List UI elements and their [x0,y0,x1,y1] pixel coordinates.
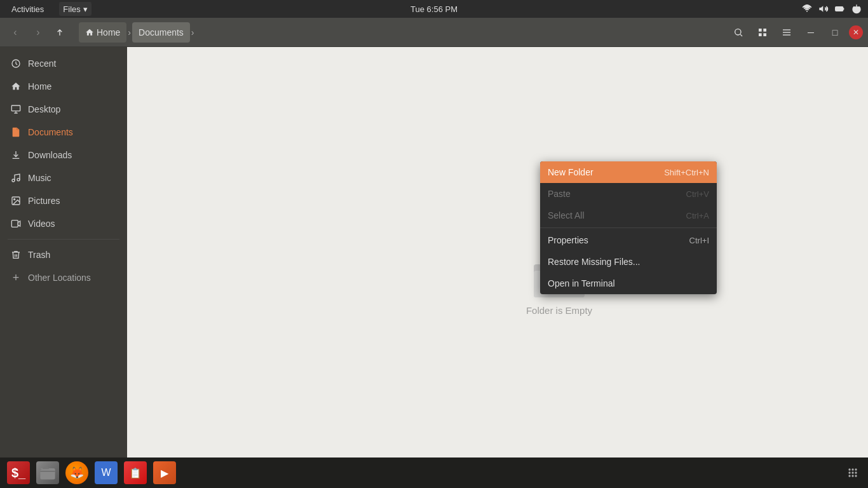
window-close-button[interactable]: ✕ [849,25,863,39]
files-icon [36,461,59,484]
sidebar-item-desktop[interactable]: Desktop [3,98,125,121]
taskbar-files[interactable] [34,459,61,486]
breadcrumb-documents[interactable]: Documents [132,22,190,43]
music-icon [10,172,22,184]
svg-point-26 [848,471,850,473]
svg-point-29 [848,475,850,477]
up-button[interactable] [51,22,71,43]
topbar-clock: Tue 6:56 PM [410,4,458,14]
svg-point-31 [855,475,857,477]
topbar-left: Activities Files ▾ [6,2,92,16]
context-separator-1 [540,227,717,228]
svg-rect-22 [40,468,55,480]
files-menu[interactable]: Files ▾ [59,2,91,16]
svg-point-30 [851,475,853,477]
svg-point-4 [735,29,741,34]
taskbar-terminal[interactable]: $_ [5,459,32,486]
svg-point-28 [855,471,857,473]
topbar-right [802,4,862,14]
downloads-icon [10,149,22,161]
taskbar-app3[interactable]: ▶ [151,459,178,486]
files-menu-arrow: ▾ [83,4,88,14]
svg-rect-3 [836,8,841,10]
taskbar-grid-button[interactable] [843,463,863,483]
sidebar-divider [8,239,119,240]
toolbar-actions: ─ □ ✕ [728,22,863,43]
context-terminal[interactable]: Open in Terminal [540,273,717,294]
breadcrumb: Home › Documents › [79,22,726,43]
window-minimize-button[interactable]: ─ [801,22,821,43]
svg-point-16 [17,179,20,181]
breadcrumb-end-arrow: › [190,27,196,37]
taskbar: $_ 🦊 W 📋 ▶ [0,458,868,488]
pictures-icon [10,195,22,207]
svg-point-15 [12,179,15,182]
add-icon: + [10,272,22,283]
menu-button[interactable] [776,22,797,43]
context-menu: New Folder Shift+Ctrl+N Paste Ctrl+V Sel… [540,161,717,294]
search-button[interactable] [728,22,749,43]
svg-rect-6 [759,29,762,32]
files-menu-label: Files [63,4,80,14]
svg-rect-19 [11,220,18,227]
volume-icon [818,4,829,14]
sidebar-item-trash[interactable]: Trash [3,243,125,266]
sidebar-item-downloads[interactable]: Downloads [3,144,125,166]
context-new-folder[interactable]: New Folder Shift+Ctrl+N [540,161,717,183]
sidebar-item-pictures[interactable]: Pictures [3,189,125,212]
forward-button[interactable]: › [28,22,48,43]
window-maximize-button[interactable]: □ [825,22,845,43]
svg-point-27 [851,471,853,473]
main-layout: Recent Home Desktop Documents Downloads [0,47,868,458]
app1-icon: W [95,461,118,484]
trash-icon [10,249,22,261]
app2-icon: 📋 [124,461,147,484]
sidebar-item-documents[interactable]: Documents [3,121,125,144]
empty-folder-text: Folder is Empty [526,305,592,316]
content-area[interactable]: New Folder Shift+Ctrl+N Paste Ctrl+V Sel… [127,47,868,458]
context-select-all[interactable]: Select All Ctrl+A [540,205,717,226]
svg-line-5 [740,34,742,36]
sidebar-item-music[interactable]: Music [3,166,125,189]
wifi-icon [802,4,812,14]
svg-rect-9 [763,33,766,36]
taskbar-firefox[interactable]: 🦊 [64,459,90,486]
svg-rect-7 [763,29,766,32]
view-toggle-button[interactable] [752,22,773,43]
breadcrumb-separator: › [126,27,132,37]
context-paste[interactable]: Paste Ctrl+V [540,183,717,205]
context-properties[interactable]: Properties Ctrl+I [540,229,717,251]
svg-point-23 [848,468,850,470]
svg-marker-1 [819,6,823,11]
sidebar-item-videos[interactable]: Videos [3,212,125,235]
sidebar-item-other-locations[interactable]: + Other Locations [3,266,125,289]
recent-icon [10,58,22,69]
taskbar-app1[interactable]: W [93,459,119,486]
activities-button[interactable]: Activities [6,4,49,14]
sidebar-item-home[interactable]: Home [3,75,125,98]
svg-rect-14 [11,105,20,111]
svg-point-18 [14,199,15,200]
power-icon [851,4,862,14]
videos-icon [10,218,22,229]
svg-rect-11 [783,32,790,32]
back-button[interactable]: ‹ [5,22,25,43]
svg-point-0 [806,11,808,12]
firefox-icon: 🦊 [65,461,88,484]
topbar: Activities Files ▾ Tue 6:56 PM [0,0,868,18]
breadcrumb-home[interactable]: Home [79,22,126,43]
svg-rect-10 [783,29,790,30]
taskbar-app2[interactable]: 📋 [122,459,149,486]
toolbar: ‹ › Home › Documents › ─ □ ✕ [0,18,868,47]
sidebar-item-recent[interactable]: Recent [3,52,125,75]
svg-rect-8 [759,33,762,36]
home-icon [10,81,22,92]
svg-point-25 [855,468,857,470]
desktop-icon [10,104,22,115]
context-restore[interactable]: Restore Missing Files... [540,251,717,273]
sidebar: Recent Home Desktop Documents Downloads [0,47,127,458]
svg-rect-12 [783,34,790,35]
battery-icon [835,4,845,14]
documents-icon [10,126,22,138]
app3-icon: ▶ [153,461,176,484]
